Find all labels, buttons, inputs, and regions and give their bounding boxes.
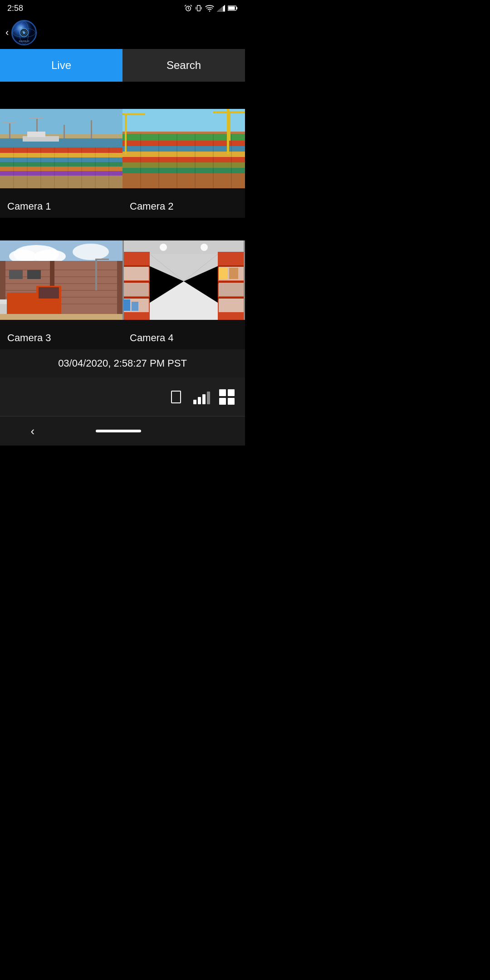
svg-rect-45 bbox=[122, 141, 245, 146]
svg-rect-119 bbox=[219, 268, 228, 279]
svg-rect-118 bbox=[132, 302, 138, 311]
svg-rect-79 bbox=[27, 270, 41, 279]
svg-rect-123 bbox=[219, 398, 226, 405]
svg-rect-37 bbox=[91, 120, 92, 138]
svg-rect-1 bbox=[197, 5, 201, 11]
back-arrow-header[interactable]: ‹ bbox=[5, 27, 9, 39]
single-view-button[interactable] bbox=[167, 388, 185, 406]
tab-search[interactable]: Search bbox=[122, 49, 245, 82]
svg-rect-61 bbox=[125, 113, 127, 154]
svg-point-95 bbox=[160, 244, 167, 251]
timestamp-bar: 03/04/2020, 2:58:27 PM PST bbox=[0, 349, 245, 377]
svg-rect-46 bbox=[122, 146, 245, 152]
svg-point-67 bbox=[73, 244, 109, 260]
svg-rect-111 bbox=[219, 283, 244, 296]
svg-rect-116 bbox=[244, 240, 245, 320]
status-time: 2:58 bbox=[7, 4, 23, 13]
svg-rect-6 bbox=[236, 7, 238, 9]
nav-bar: ‹ bbox=[0, 416, 245, 446]
svg-rect-103 bbox=[123, 267, 149, 280]
camera-label-row-2: Camera 3 Camera 4 bbox=[0, 320, 245, 349]
svg-rect-58 bbox=[227, 109, 229, 154]
svg-rect-124 bbox=[228, 398, 235, 405]
signal-strength-button[interactable] bbox=[192, 388, 211, 406]
app-header: ‹ RAVEN IP bbox=[0, 16, 245, 49]
timestamp-text: 03/04/2020, 2:58:27 PM PST bbox=[58, 358, 187, 369]
camera-4-thumbnail bbox=[122, 240, 245, 320]
camera-cell-4[interactable] bbox=[122, 240, 245, 320]
svg-rect-23 bbox=[0, 167, 122, 171]
svg-rect-7 bbox=[228, 6, 235, 10]
svg-rect-20 bbox=[0, 153, 122, 157]
svg-rect-47 bbox=[122, 152, 245, 157]
svg-rect-122 bbox=[228, 389, 235, 396]
svg-point-96 bbox=[201, 244, 208, 251]
svg-rect-62 bbox=[122, 113, 145, 115]
svg-rect-92 bbox=[95, 259, 109, 260]
top-spacer bbox=[0, 82, 245, 109]
svg-rect-104 bbox=[123, 283, 149, 296]
alarm-icon bbox=[184, 4, 192, 12]
svg-rect-38 bbox=[2, 122, 16, 123]
signal-icon bbox=[217, 5, 225, 12]
camera-cell-1[interactable] bbox=[0, 109, 122, 188]
nav-back-button[interactable]: ‹ bbox=[31, 424, 35, 438]
bottom-toolbar bbox=[0, 377, 245, 416]
camera-2-label: Camera 2 bbox=[122, 201, 245, 212]
grid-view-button[interactable] bbox=[218, 388, 236, 406]
signal-bar-2 bbox=[198, 397, 201, 404]
signal-bars-icon bbox=[193, 390, 210, 404]
svg-rect-24 bbox=[0, 171, 122, 176]
battery-icon bbox=[228, 5, 238, 11]
nav-home-pill[interactable] bbox=[96, 430, 141, 432]
svg-rect-19 bbox=[0, 147, 122, 153]
svg-point-2 bbox=[209, 10, 210, 11]
tab-live[interactable]: Live bbox=[0, 49, 122, 82]
svg-rect-84 bbox=[39, 287, 59, 299]
svg-rect-18 bbox=[0, 138, 122, 147]
camera-4-label: Camera 4 bbox=[122, 332, 245, 344]
tab-bar: Live Search bbox=[0, 49, 245, 82]
camera-cell-2[interactable] bbox=[122, 109, 245, 188]
svg-rect-91 bbox=[95, 259, 97, 290]
svg-rect-60 bbox=[229, 113, 230, 141]
svg-point-14 bbox=[23, 31, 24, 33]
svg-rect-112 bbox=[219, 299, 244, 312]
svg-rect-59 bbox=[213, 111, 245, 113]
svg-rect-121 bbox=[219, 389, 226, 396]
svg-rect-41 bbox=[27, 132, 45, 137]
svg-text:RAVEN IP: RAVEN IP bbox=[19, 40, 30, 43]
svg-rect-16 bbox=[0, 109, 122, 136]
svg-rect-78 bbox=[9, 270, 23, 279]
camera-3-label: Camera 3 bbox=[0, 332, 122, 344]
svg-rect-25 bbox=[0, 176, 122, 188]
svg-rect-39 bbox=[29, 118, 43, 119]
svg-rect-50 bbox=[122, 168, 245, 173]
camera-grid: Camera 1 Camera 2 bbox=[0, 109, 245, 349]
row-gap-1 bbox=[0, 218, 245, 240]
camera-2-thumbnail bbox=[122, 109, 245, 188]
svg-rect-117 bbox=[123, 299, 130, 311]
camera-row-1: Camera 1 Camera 2 bbox=[0, 109, 245, 218]
single-cell-icon bbox=[171, 391, 181, 403]
camera-row-2: Camera 3 Camera 4 bbox=[0, 240, 245, 349]
svg-rect-51 bbox=[122, 173, 245, 188]
camera-cell-3[interactable] bbox=[0, 240, 122, 320]
camera-pair-1 bbox=[0, 109, 245, 188]
svg-rect-22 bbox=[0, 162, 122, 167]
svg-rect-93 bbox=[0, 314, 122, 320]
svg-rect-48 bbox=[122, 157, 245, 162]
signal-bar-1 bbox=[193, 400, 196, 404]
svg-rect-21 bbox=[0, 157, 122, 162]
camera-pair-2 bbox=[0, 240, 245, 320]
svg-rect-77 bbox=[117, 261, 122, 320]
svg-rect-49 bbox=[122, 162, 245, 168]
status-bar: 2:58 bbox=[0, 0, 245, 16]
status-icons bbox=[184, 4, 238, 12]
grid-icon bbox=[219, 389, 235, 405]
svg-rect-120 bbox=[229, 268, 238, 279]
signal-bar-3 bbox=[202, 394, 206, 404]
camera-label-row-1: Camera 1 Camera 2 bbox=[0, 188, 245, 218]
vibrate-icon bbox=[195, 4, 202, 12]
svg-rect-36 bbox=[64, 125, 65, 138]
